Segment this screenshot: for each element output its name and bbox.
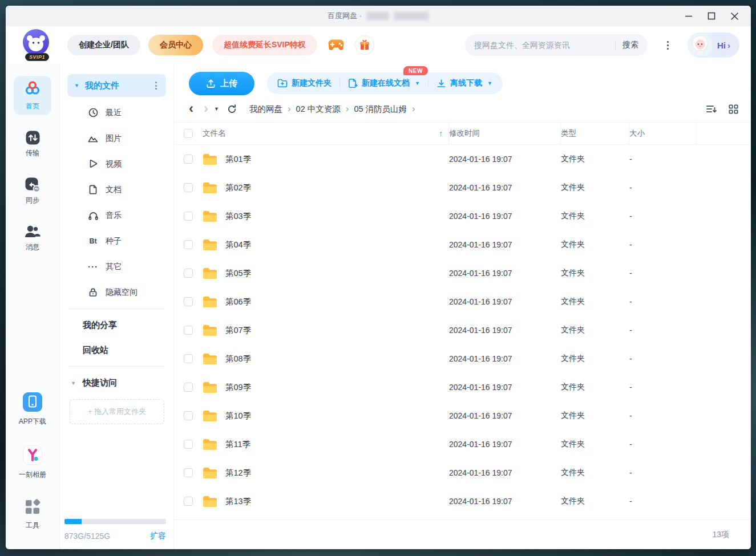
- grid-view-icon[interactable]: [729, 104, 738, 114]
- table-row[interactable]: 第02季 2024-01-16 19:07 文件夹 -: [174, 173, 751, 202]
- row-checkbox[interactable]: [184, 212, 193, 221]
- table-row[interactable]: 第11季 2024-01-16 19:07 文件夹 -: [174, 430, 751, 458]
- file-name[interactable]: 第08季: [225, 354, 251, 364]
- svip-promo-button[interactable]: 超值续费延长SVIP特权: [212, 35, 317, 55]
- folder-icon: [203, 153, 217, 165]
- nav-back-button[interactable]: ‹: [189, 102, 193, 115]
- drop-folder-zone[interactable]: + 拖入常用文件夹: [70, 399, 164, 424]
- sort-icon[interactable]: [706, 104, 717, 114]
- row-checkbox[interactable]: [184, 440, 193, 449]
- history-dropdown-icon[interactable]: ▼: [214, 106, 219, 112]
- file-type: 文件夹: [561, 468, 629, 478]
- search-input[interactable]: [474, 40, 608, 50]
- storage-fill: [64, 519, 82, 524]
- sidebar-item-hidden-space[interactable]: 隐藏空间: [60, 279, 173, 305]
- column-header-size[interactable]: 大小: [629, 123, 696, 144]
- divider: [69, 309, 164, 309]
- breadcrumb-item[interactable]: 05 消防员山姆: [354, 104, 407, 115]
- folder-icon: [203, 324, 217, 336]
- row-checkbox[interactable]: [184, 155, 193, 164]
- row-checkbox[interactable]: [184, 383, 193, 392]
- new-folder-button[interactable]: 新建文件夹: [277, 78, 331, 88]
- table-row[interactable]: 第07季 2024-01-16 19:07 文件夹 -: [174, 316, 751, 344]
- member-center-button[interactable]: 会员中心: [148, 35, 203, 55]
- table-row[interactable]: 第01季 2024-01-16 19:07 文件夹 -: [174, 145, 751, 173]
- column-header-modified[interactable]: 修改时间: [449, 123, 561, 144]
- table-row[interactable]: 第08季 2024-01-16 19:07 文件夹 -: [174, 344, 751, 373]
- file-name[interactable]: 第12季: [225, 468, 251, 478]
- file-name[interactable]: 第01季: [225, 154, 251, 165]
- table-row[interactable]: 第12季 2024-01-16 19:07 文件夹 -: [174, 458, 751, 487]
- table-row[interactable]: 第09季 2024-01-16 19:07 文件夹 -: [174, 373, 751, 401]
- row-checkbox[interactable]: [184, 411, 193, 420]
- sidebar-item-my-share[interactable]: 我的分享: [60, 313, 173, 338]
- file-name[interactable]: 第09季: [225, 382, 251, 393]
- table-row[interactable]: 第13季 2024-01-16 19:07 文件夹 -: [174, 487, 751, 516]
- rail-item-home[interactable]: 首页: [14, 76, 51, 115]
- file-name[interactable]: 第03季: [225, 211, 251, 222]
- table-row[interactable]: 第06季 2024-01-16 19:07 文件夹 -: [174, 287, 751, 316]
- more-menu-icon[interactable]: [660, 38, 675, 52]
- caret-down-icon: ▼: [487, 80, 492, 86]
- new-online-doc-button[interactable]: NEW 新建在线文档 ▼: [348, 78, 420, 88]
- file-name[interactable]: 第04季: [225, 240, 251, 250]
- rail-item-moments-album[interactable]: 一刻相册: [14, 442, 51, 484]
- rail-item-app-download[interactable]: APP下载: [14, 389, 51, 431]
- table-row[interactable]: 第04季 2024-01-16 19:07 文件夹 -: [174, 230, 751, 259]
- row-checkbox[interactable]: [184, 468, 193, 477]
- user-logo[interactable]: SVIP1: [23, 29, 51, 61]
- breadcrumb-item[interactable]: 我的网盘: [249, 104, 282, 115]
- table-row[interactable]: 第05季 2024-01-16 19:07 文件夹 -: [174, 259, 751, 287]
- file-name[interactable]: 第13季: [225, 496, 251, 507]
- sort-ascending-icon[interactable]: ↑: [439, 129, 443, 138]
- sidebar-item-images[interactable]: 图片: [60, 125, 173, 151]
- column-header-type[interactable]: 类型: [561, 123, 629, 144]
- select-all-checkbox[interactable]: [184, 129, 193, 138]
- rail-item-messages[interactable]: 消息: [14, 221, 51, 256]
- search-button[interactable]: 搜索: [622, 40, 638, 50]
- account-button[interactable]: Hi ›: [688, 33, 739, 58]
- row-checkbox[interactable]: [184, 326, 193, 335]
- maximize-button[interactable]: [703, 8, 720, 24]
- gift-icon[interactable]: [355, 35, 374, 55]
- file-name[interactable]: 第05季: [225, 268, 251, 279]
- table-row[interactable]: 第03季 2024-01-16 19:07 文件夹 -: [174, 202, 751, 230]
- offline-download-button[interactable]: 离线下载 ▼: [436, 78, 492, 88]
- row-checkbox[interactable]: [184, 354, 193, 363]
- row-checkbox[interactable]: [184, 497, 193, 506]
- rail-item-transfer[interactable]: 传输: [14, 127, 51, 162]
- my-files-menu-icon[interactable]: [153, 79, 159, 92]
- rail-item-tools[interactable]: 工具: [14, 495, 51, 534]
- row-checkbox[interactable]: [184, 269, 193, 278]
- nav-forward-button[interactable]: ›: [204, 102, 208, 115]
- breadcrumb-item[interactable]: 02 中文资源: [296, 104, 341, 115]
- games-icon[interactable]: [328, 39, 345, 51]
- refresh-icon[interactable]: [227, 104, 237, 114]
- sidebar-item-others[interactable]: ··· 其它: [60, 254, 173, 279]
- upload-button[interactable]: 上传: [189, 72, 254, 95]
- file-name[interactable]: 第10季: [225, 411, 251, 421]
- row-checkbox[interactable]: [184, 183, 193, 192]
- sidebar-item-videos[interactable]: 视频: [60, 151, 173, 177]
- sidebar-item-quick-access[interactable]: ▼ 快捷访问: [60, 370, 173, 396]
- rail-item-sync[interactable]: 同步: [14, 173, 51, 209]
- sidebar-item-my-files[interactable]: ▼ 我的文件: [67, 74, 166, 97]
- close-button[interactable]: [726, 8, 743, 24]
- row-checkbox[interactable]: [184, 297, 193, 306]
- expand-storage-link[interactable]: 扩容: [150, 531, 166, 541]
- create-team-button[interactable]: 创建企业/团队: [67, 35, 140, 55]
- sidebar-item-documents[interactable]: 文档: [60, 177, 173, 202]
- file-name[interactable]: 第11季: [225, 439, 250, 450]
- window-title: 百度网盘 ·: [328, 11, 429, 21]
- sidebar-item-recycle-bin[interactable]: 回收站: [60, 338, 173, 363]
- sidebar-item-music[interactable]: 音乐: [60, 202, 173, 228]
- file-name[interactable]: 第06季: [225, 297, 251, 307]
- table-row[interactable]: 第10季 2024-01-16 19:07 文件夹 -: [174, 401, 751, 430]
- sidebar-item-bt-seeds[interactable]: Bt 种子: [60, 228, 173, 254]
- file-name[interactable]: 第07季: [225, 325, 251, 336]
- column-header-name[interactable]: 文件名: [203, 128, 226, 139]
- minimize-button[interactable]: [680, 8, 697, 24]
- file-name[interactable]: 第02季: [225, 182, 251, 193]
- sidebar-item-recent[interactable]: 最近: [60, 100, 173, 125]
- row-checkbox[interactable]: [184, 240, 193, 249]
